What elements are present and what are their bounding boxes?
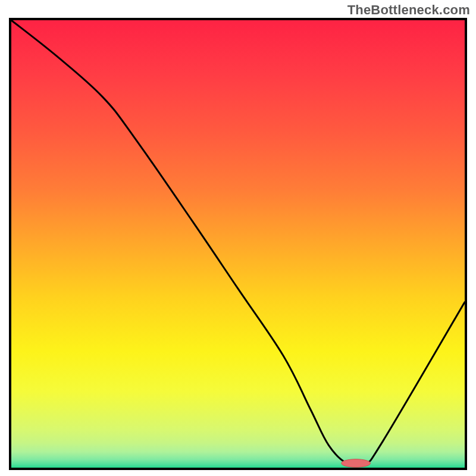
- optimum-marker: [342, 459, 371, 468]
- gradient-background: [11, 20, 465, 468]
- watermark-text: TheBottleneck.com: [347, 2, 470, 18]
- plot-area: [11, 20, 465, 468]
- plot-frame: [9, 18, 467, 470]
- chart-container: TheBottleneck.com: [0, 0, 476, 476]
- plot-svg: [11, 20, 465, 468]
